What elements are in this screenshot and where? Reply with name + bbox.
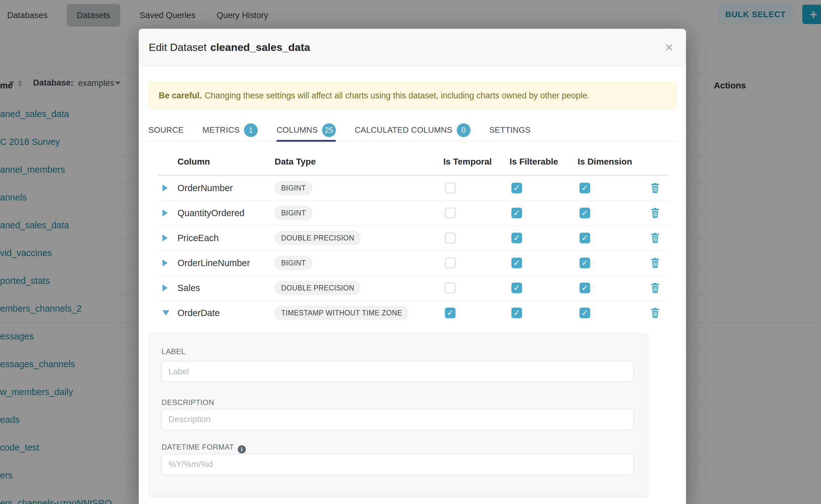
column-row: OrderDate TIMESTAMP WITHOUT TIME ZONE <box>158 300 669 325</box>
is-filterable-header: Is Filterable <box>510 157 558 167</box>
delete-column-icon[interactable] <box>650 308 660 318</box>
columns-table-body: OrderNumber BIGINT QuantityOrdered BIGI <box>158 175 669 325</box>
column-name: OrderLineNumber <box>177 258 250 268</box>
tab-count-badge: 1 <box>244 123 258 137</box>
column-name: PriceEach <box>177 233 219 243</box>
expand-caret-icon[interactable] <box>162 259 168 266</box>
is-temporal-checkbox[interactable] <box>445 233 456 243</box>
column-detail-panel: LABEL DESCRIPTION DATETIME FORMATi <box>149 334 648 497</box>
warning-bold-text: Be careful. <box>159 91 202 101</box>
data-type-badge: DOUBLE PRECISION <box>274 281 361 295</box>
column-row: Sales DOUBLE PRECISION <box>158 275 669 300</box>
tab-source[interactable]: SOURCE <box>148 119 184 141</box>
is-dimension-header: Is Dimension <box>578 157 632 167</box>
tab-count-badge: 0 <box>457 123 471 137</box>
tab-label: SETTINGS <box>489 125 531 135</box>
delete-column-icon[interactable] <box>650 283 660 293</box>
data-type-badge: TIMESTAMP WITHOUT TIME ZONE <box>274 306 408 320</box>
tab-label: METRICS <box>202 125 240 135</box>
tab-count-badge: 25 <box>322 123 336 137</box>
delete-column-icon[interactable] <box>650 258 660 268</box>
tab-label: CALCULATED COLUMNS <box>354 125 453 135</box>
tab-columns[interactable]: COLUMNS 25 <box>276 119 336 141</box>
column-name: QuantityOrdered <box>177 208 244 218</box>
is-filterable-checkbox[interactable] <box>512 233 522 243</box>
modal-title-prefix: Edit Dataset <box>149 41 206 53</box>
is-filterable-checkbox[interactable] <box>512 308 522 318</box>
modal-title: Edit Dataset cleaned_sales_data <box>149 29 310 66</box>
column-header: Column <box>177 157 210 167</box>
warning-banner: Be careful. Changing these settings will… <box>148 81 676 110</box>
is-filterable-checkbox[interactable] <box>512 283 522 293</box>
data-type-badge: DOUBLE PRECISION <box>274 231 361 245</box>
column-row: PriceEach DOUBLE PRECISION <box>158 225 669 250</box>
column-row: OrderLineNumber BIGINT <box>158 250 669 275</box>
expand-caret-icon[interactable] <box>162 185 168 191</box>
modal-tabs: SOURCE METRICS 1 COLUMNS 25 CALCULATED C… <box>148 119 676 142</box>
delete-column-icon[interactable] <box>650 183 660 193</box>
app-root: Databases Datasets Saved Queries Query H… <box>0 0 821 504</box>
is-dimension-checkbox[interactable] <box>580 283 590 293</box>
is-temporal-checkbox[interactable] <box>445 208 456 218</box>
datetime-format-label-text: DATETIME FORMAT <box>161 443 234 451</box>
is-temporal-header: Is Temporal <box>443 157 492 167</box>
datetime-format-field-label: DATETIME FORMATi <box>161 443 246 453</box>
tab-label: COLUMNS <box>276 125 318 135</box>
data-type-badge: BIGINT <box>274 206 312 220</box>
columns-table: Column Data Type Is Temporal Is Filterab… <box>158 149 669 325</box>
is-dimension-checkbox[interactable] <box>580 258 590 268</box>
column-row: OrderNumber BIGINT <box>158 175 669 200</box>
columns-table-header: Column Data Type Is Temporal Is Filterab… <box>158 149 669 175</box>
column-name: OrderNumber <box>177 183 233 193</box>
data-type-badge: BIGINT <box>274 181 312 195</box>
is-temporal-checkbox[interactable] <box>445 283 456 293</box>
column-name: Sales <box>177 283 200 293</box>
expand-caret-icon[interactable] <box>162 210 168 216</box>
is-dimension-checkbox[interactable] <box>580 183 590 193</box>
info-icon[interactable]: i <box>238 445 246 453</box>
description-field-label: DESCRIPTION <box>161 398 214 407</box>
expand-caret-icon[interactable] <box>162 310 169 315</box>
warning-text: Changing these settings will affect all … <box>205 91 590 101</box>
column-name: OrderDate <box>177 308 220 318</box>
datetime-format-input[interactable] <box>161 454 634 475</box>
dataset-name: cleaned_sales_data <box>210 41 310 53</box>
column-row: QuantityOrdered BIGINT <box>158 200 669 225</box>
is-filterable-checkbox[interactable] <box>512 183 522 193</box>
is-temporal-checkbox[interactable] <box>445 308 456 318</box>
is-dimension-checkbox[interactable] <box>580 233 590 243</box>
is-temporal-checkbox[interactable] <box>445 183 456 193</box>
is-dimension-checkbox[interactable] <box>580 308 590 318</box>
expand-caret-icon[interactable] <box>162 235 168 241</box>
label-field-label: LABEL <box>161 347 185 356</box>
data-type-badge: BIGINT <box>274 256 312 270</box>
is-filterable-checkbox[interactable] <box>512 258 522 268</box>
edit-dataset-modal: Edit Dataset cleaned_sales_data ✕ Be car… <box>139 29 686 504</box>
close-icon[interactable]: ✕ <box>665 29 674 66</box>
delete-column-icon[interactable] <box>650 233 660 243</box>
is-temporal-checkbox[interactable] <box>445 258 456 268</box>
modal-header: Edit Dataset cleaned_sales_data ✕ <box>139 29 686 66</box>
tab-metrics[interactable]: METRICS 1 <box>202 119 258 141</box>
tab-settings[interactable]: SETTINGS <box>489 119 531 141</box>
is-dimension-checkbox[interactable] <box>580 208 590 218</box>
tab-calculated-columns[interactable]: CALCULATED COLUMNS 0 <box>354 119 471 141</box>
description-input[interactable] <box>161 409 634 430</box>
is-filterable-checkbox[interactable] <box>512 208 522 218</box>
expand-caret-icon[interactable] <box>162 284 168 291</box>
delete-column-icon[interactable] <box>650 208 660 218</box>
label-input[interactable] <box>161 361 634 382</box>
tab-label: SOURCE <box>148 125 184 135</box>
data-type-header: Data Type <box>274 157 316 167</box>
